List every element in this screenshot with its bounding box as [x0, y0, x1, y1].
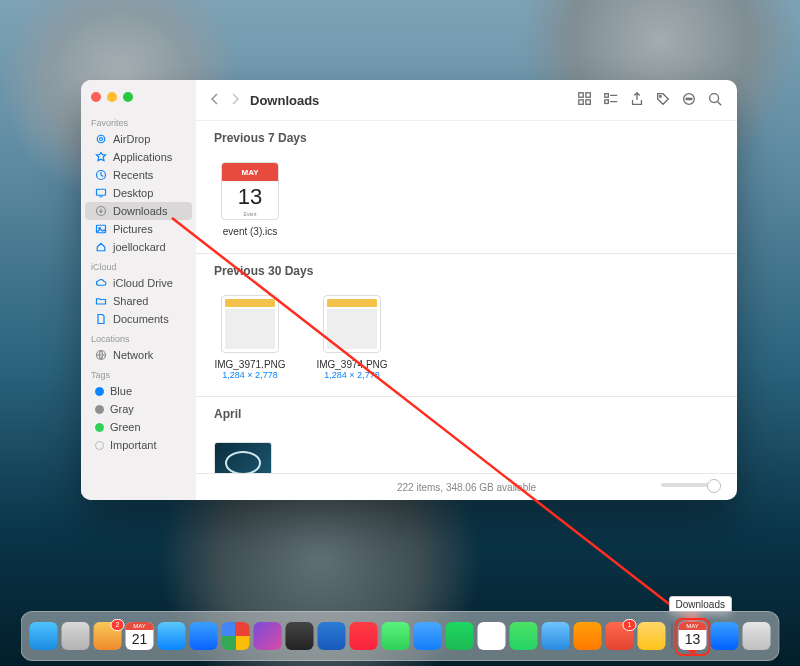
svg-point-17 — [688, 98, 689, 99]
dock-app-finder2[interactable] — [542, 622, 570, 650]
dock-app-launchpad[interactable] — [62, 622, 90, 650]
sidebar-group-favorites: Favorites — [81, 112, 196, 130]
pictures-icon — [95, 223, 107, 235]
view-icons-button[interactable] — [577, 91, 593, 109]
dock-app-trash[interactable] — [743, 622, 771, 650]
finder-main: Downloads Previous 7 Days MAY 13 Event — [196, 80, 737, 500]
sidebar-item-label: Recents — [113, 169, 153, 181]
dock-app-notion[interactable] — [478, 622, 506, 650]
sidebar-item-label: Green — [110, 421, 141, 433]
sidebar-item-label: Gray — [110, 403, 134, 415]
file-item[interactable]: IMG_3971.PNG 1,284 × 2,778 — [214, 295, 286, 380]
finder-window: Favorites AirDrop Applications Recents D… — [81, 80, 737, 500]
group-by-button[interactable] — [603, 91, 619, 109]
icon-size-slider[interactable] — [661, 483, 721, 487]
dock-app-tot[interactable] — [638, 622, 666, 650]
sidebar-group-tags: Tags — [81, 364, 196, 382]
dock-app-spotify[interactable] — [446, 622, 474, 650]
finder-content[interactable]: Previous 7 Days MAY 13 Event event (3).i… — [196, 121, 737, 473]
sidebar-item-label: AirDrop — [113, 133, 150, 145]
sidebar-tag-green[interactable]: Green — [85, 418, 192, 436]
dock-app-books[interactable] — [574, 622, 602, 650]
dock-app-screenshot[interactable] — [286, 622, 314, 650]
svg-rect-9 — [586, 93, 590, 97]
file-name: event (3).ics — [214, 226, 286, 237]
sidebar-item-label: Blue — [110, 385, 132, 397]
dock-app-orion[interactable] — [254, 622, 282, 650]
sidebar-item-recents[interactable]: Recents — [85, 166, 192, 184]
sidebar-item-label: Shared — [113, 295, 148, 307]
share-button[interactable] — [629, 91, 645, 109]
dock-app-finder[interactable] — [30, 622, 58, 650]
dock-app-spark[interactable]: 2 — [94, 622, 122, 650]
dock-app-chrome[interactable] — [222, 622, 250, 650]
dock-app-dropbox[interactable] — [711, 622, 739, 650]
sidebar-item-applications[interactable]: Applications — [85, 148, 192, 166]
sidebar-item-shared[interactable]: Shared — [85, 292, 192, 310]
svg-point-19 — [710, 94, 719, 103]
dock-app-xcode[interactable] — [414, 622, 442, 650]
zoom-button[interactable] — [123, 92, 133, 102]
applications-icon — [95, 151, 107, 163]
close-button[interactable] — [91, 92, 101, 102]
sidebar-item-desktop[interactable]: Desktop — [85, 184, 192, 202]
badge: 2 — [111, 619, 125, 631]
section-heading: Previous 30 Days — [214, 254, 719, 287]
sidebar-item-airdrop[interactable]: AirDrop — [85, 130, 192, 148]
dock-app-music[interactable] — [350, 622, 378, 650]
file-grid: MAY 13 Event event (3).ics — [214, 154, 719, 243]
dock-app-whatsapp[interactable] — [510, 622, 538, 650]
minimize-button[interactable] — [107, 92, 117, 102]
sidebar-item-documents[interactable]: Documents — [85, 310, 192, 328]
svg-rect-8 — [579, 93, 583, 97]
badge: 1 — [623, 619, 637, 631]
sidebar-tag-blue[interactable]: Blue — [85, 382, 192, 400]
home-icon — [95, 241, 107, 253]
airdrop-icon — [95, 133, 107, 145]
tags-button[interactable] — [655, 91, 671, 109]
sidebar-item-label: Applications — [113, 151, 172, 163]
sidebar-item-pictures[interactable]: Pictures — [85, 220, 192, 238]
dock-app-downloads-stack[interactable]: MAY13 — [679, 622, 707, 650]
sidebar-tag-gray[interactable]: Gray — [85, 400, 192, 418]
downloads-icon — [95, 205, 107, 217]
file-name: IMG_3971.PNG — [214, 359, 286, 370]
sidebar-item-label: iCloud Drive — [113, 277, 173, 289]
file-item[interactable]: IMG_3974.PNG 1,284 × 2,778 — [316, 295, 388, 380]
dock-app-appstore[interactable] — [190, 622, 218, 650]
section-heading: April — [214, 397, 719, 430]
sidebar-item-label: joellockard — [113, 241, 166, 253]
dock-separator — [672, 623, 673, 649]
back-button[interactable] — [210, 93, 220, 107]
action-button[interactable] — [681, 91, 697, 109]
svg-point-0 — [97, 135, 105, 143]
sidebar-tag-important[interactable]: Important — [85, 436, 192, 454]
file-item[interactable]: MAY 13 Event event (3).ics — [214, 162, 286, 237]
sidebar-item-label: Downloads — [113, 205, 167, 217]
sidebar-item-network[interactable]: Network — [85, 346, 192, 364]
file-grid: IMG_3971.PNG 1,284 × 2,778 IMG_3974.PNG … — [214, 287, 719, 386]
section-heading: Previous 7 Days — [214, 121, 719, 154]
file-meta: 1,284 × 2,778 — [316, 370, 388, 380]
svg-point-18 — [691, 98, 692, 99]
search-button[interactable] — [707, 91, 723, 109]
svg-rect-12 — [605, 94, 609, 98]
dock-app-safari[interactable] — [158, 622, 186, 650]
file-meta: 1,284 × 2,778 — [214, 370, 286, 380]
forward-button[interactable] — [230, 93, 240, 107]
sidebar-item-icloud-drive[interactable]: iCloud Drive — [85, 274, 192, 292]
tag-dot-icon — [95, 441, 104, 450]
sidebar-item-downloads[interactable]: Downloads — [85, 202, 192, 220]
svg-rect-11 — [586, 100, 590, 104]
sidebar-item-home[interactable]: joellockard — [85, 238, 192, 256]
shared-folder-icon — [95, 295, 107, 307]
dock-app-messages[interactable] — [382, 622, 410, 650]
recents-icon — [95, 169, 107, 181]
dock: 2MAY211MAY13 — [21, 611, 780, 661]
network-icon — [95, 349, 107, 361]
dock-app-word[interactable] — [318, 622, 346, 650]
desktop: Favorites AirDrop Applications Recents D… — [0, 0, 800, 666]
file-item[interactable] — [214, 442, 272, 473]
dock-app-fantastical[interactable]: MAY21 — [126, 622, 154, 650]
dock-app-todoist[interactable]: 1 — [606, 622, 634, 650]
